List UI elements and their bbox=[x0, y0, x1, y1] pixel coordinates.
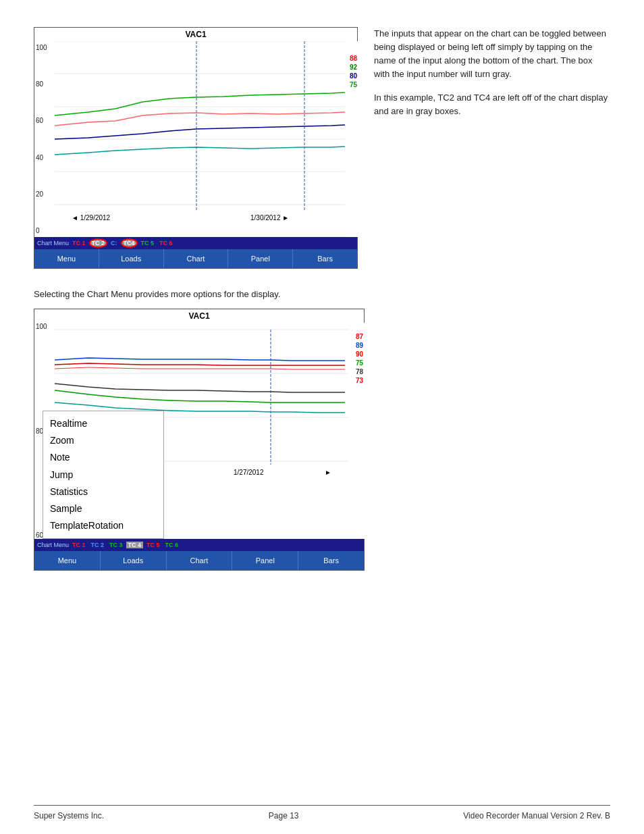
chart1-toolbar: Menu Loads Chart Panel Bars bbox=[34, 249, 357, 268]
chart1-r-labels: 88 92 80 75 bbox=[350, 55, 357, 88]
menu-item-note[interactable]: Note bbox=[50, 449, 157, 466]
chart2-r-labels: 87 89 90 75 78 73 bbox=[356, 333, 363, 384]
svg-text:►: ► bbox=[325, 469, 331, 476]
svg-text:◄ 1/29/2012: ◄ 1/29/2012 bbox=[72, 214, 111, 221]
menu-item-jump[interactable]: Jump bbox=[50, 467, 157, 484]
description-text: The inputs that appear on the chart can … bbox=[374, 27, 610, 269]
menu-item-realtime[interactable]: Realtime bbox=[50, 415, 157, 432]
toolbar2-menu[interactable]: Menu bbox=[34, 551, 101, 570]
menu-item-zoom[interactable]: Zoom bbox=[50, 432, 157, 449]
chart2-title: VAC1 bbox=[34, 309, 364, 323]
chart2-container: VAC1 100 80 60 bbox=[34, 309, 365, 571]
svg-text:1/30/2012 ►: 1/30/2012 ► bbox=[250, 214, 289, 221]
menu-item-sample[interactable]: Sample bbox=[50, 500, 157, 517]
chart1-area: 100 80 60 40 20 0 bbox=[34, 41, 358, 237]
chart2-area: 100 80 60 bbox=[34, 323, 365, 539]
page-footer: Super Systems Inc. Page 13 Video Recorde… bbox=[34, 805, 610, 820]
description-para1: The inputs that appear on the chart can … bbox=[374, 27, 610, 82]
description-para2: In this example, TC2 and TC4 are left of… bbox=[374, 91, 610, 118]
toolbar-panel[interactable]: Panel bbox=[228, 249, 293, 268]
toolbar2-panel[interactable]: Panel bbox=[232, 551, 298, 570]
chart1-title: VAC1 bbox=[34, 28, 357, 41]
toolbar2-loads[interactable]: Loads bbox=[101, 551, 167, 570]
toolbar-chart[interactable]: Chart bbox=[164, 249, 229, 268]
chart-menu-overlay: Realtime Zoom Note Jump Statistics Sampl… bbox=[43, 411, 164, 539]
footer-center: Page 13 bbox=[269, 811, 299, 820]
footer-right: Video Recorder Manual Version 2 Rev. B bbox=[463, 811, 610, 820]
footer-left: Super Systems Inc. bbox=[34, 811, 104, 820]
chart1-status-bar: Chart Menu TC 1 TC 2 C: TC4 TC 5 TC 6 bbox=[34, 237, 357, 249]
menu-item-templaterotation[interactable]: TemplateRotation bbox=[50, 517, 157, 534]
chart1-container: VAC1 100 80 60 40 20 0 bbox=[34, 27, 358, 269]
chart2-toolbar: Menu Loads Chart Panel Bars bbox=[34, 551, 364, 570]
bottom-section: VAC1 100 80 60 bbox=[34, 309, 610, 571]
toolbar-menu[interactable]: Menu bbox=[34, 249, 99, 268]
toolbar2-bars[interactable]: Bars bbox=[298, 551, 364, 570]
svg-text:1/27/2012: 1/27/2012 bbox=[234, 469, 264, 476]
toolbar-bars[interactable]: Bars bbox=[293, 249, 357, 268]
toolbar-loads[interactable]: Loads bbox=[99, 249, 164, 268]
selecting-label: Selecting the Chart Menu provides more o… bbox=[34, 289, 610, 299]
menu-item-statistics[interactable]: Statistics bbox=[50, 484, 157, 500]
chart1-svg: ◄ 1/29/2012 1/30/2012 ► bbox=[34, 41, 358, 237]
toolbar2-chart[interactable]: Chart bbox=[167, 551, 233, 570]
chart2-status-bar: Chart Menu TC 1 TC 2 TC 3 TC 4 TC 5 TC 6 bbox=[34, 539, 364, 551]
top-section: VAC1 100 80 60 40 20 0 bbox=[34, 27, 610, 269]
